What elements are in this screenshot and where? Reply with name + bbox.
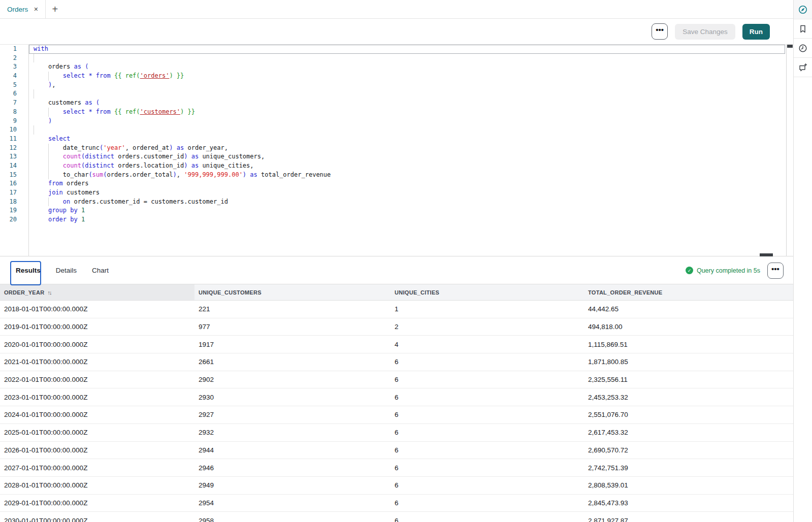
line-number: 14 bbox=[0, 161, 28, 171]
table-cell: 2,845,473.93 bbox=[584, 495, 793, 512]
table-cell: 2023-01-01T00:00:00.000Z bbox=[0, 388, 194, 406]
column-header-order-year[interactable]: ORDER_YEAR ↑↓ bbox=[0, 284, 194, 300]
tab-bar: Orders ✕ + bbox=[0, 0, 793, 19]
table-header: ORDER_YEAR ↑↓ UNIQUE_CUSTOMERS UNIQUE_CI… bbox=[0, 284, 793, 301]
line-number: 1 bbox=[0, 45, 28, 54]
table-row: 2028-01-01T00:00:00.000Z294962,808,539.0… bbox=[0, 477, 793, 495]
table-cell: 2019-01-01T00:00:00.000Z bbox=[0, 318, 194, 336]
table-cell: 2 bbox=[391, 318, 584, 336]
line-number: 9 bbox=[0, 117, 28, 126]
history-icon[interactable] bbox=[794, 39, 812, 58]
table-cell: 2027-01-01T00:00:00.000Z bbox=[0, 459, 194, 476]
code-line: select * from {{ ref('customers') }} bbox=[29, 108, 786, 117]
table-cell: 2020-01-01T00:00:00.000Z bbox=[0, 336, 194, 353]
table-cell: 494,818.00 bbox=[584, 318, 793, 336]
code-line: select bbox=[29, 135, 786, 144]
editor-vertical-scrollbar[interactable] bbox=[786, 45, 793, 256]
table-cell: 2927 bbox=[194, 406, 391, 423]
more-options-button[interactable]: ••• bbox=[652, 23, 668, 40]
sort-icon[interactable]: ↑↓ bbox=[47, 289, 51, 296]
table-row: 2023-01-01T00:00:00.000Z293062,453,253.3… bbox=[0, 388, 793, 406]
plus-icon: + bbox=[52, 4, 58, 15]
table-cell: 2022-01-01T00:00:00.000Z bbox=[0, 371, 194, 388]
new-tab-button[interactable]: + bbox=[46, 0, 64, 18]
code-line: with bbox=[29, 45, 786, 54]
line-number: 15 bbox=[0, 171, 28, 180]
close-icon[interactable]: ✕ bbox=[34, 7, 38, 12]
code-line: order by 1 bbox=[29, 215, 786, 224]
line-number: 18 bbox=[0, 198, 28, 207]
table-row: 2025-01-01T00:00:00.000Z293262,617,453.3… bbox=[0, 424, 793, 442]
table-row: 2027-01-01T00:00:00.000Z294662,742,751.3… bbox=[0, 459, 793, 477]
table-row: 2019-01-01T00:00:00.000Z9772494,818.00 bbox=[0, 318, 793, 336]
column-label: ORDER_YEAR bbox=[4, 289, 44, 296]
code-line: select * from {{ ref('orders') }} bbox=[29, 72, 786, 81]
indent-guide bbox=[34, 89, 34, 99]
save-changes-button[interactable]: Save Changes bbox=[675, 24, 735, 40]
code-line bbox=[29, 125, 786, 135]
line-number: 17 bbox=[0, 188, 28, 198]
table-cell: 977 bbox=[194, 318, 391, 336]
table-cell: 2,325,556.11 bbox=[584, 371, 793, 388]
right-sidebar bbox=[793, 0, 812, 522]
line-number: 2 bbox=[0, 54, 28, 63]
indent-guide bbox=[48, 108, 49, 117]
indent-guide bbox=[34, 54, 34, 63]
table-body: 2018-01-01T00:00:00.000Z221144,442.65201… bbox=[0, 301, 793, 522]
line-number: 5 bbox=[0, 81, 28, 90]
table-cell: 6 bbox=[391, 424, 584, 441]
line-number: 3 bbox=[0, 62, 28, 72]
scrollbar-thumb[interactable] bbox=[787, 45, 793, 48]
code-line: orders as ( bbox=[29, 62, 786, 72]
tab-orders[interactable]: Orders ✕ bbox=[0, 0, 46, 18]
table-cell: 2944 bbox=[194, 442, 391, 459]
table-cell: 2030-01-01T00:00:00.000Z bbox=[0, 512, 194, 522]
code-line: on orders.customer_id = customers.custom… bbox=[29, 198, 786, 207]
column-label: UNIQUE_CITIES bbox=[395, 289, 439, 296]
query-status: ✓ Query completed in 5s ••• bbox=[686, 256, 784, 284]
table-cell: 1,115,869.51 bbox=[584, 336, 793, 353]
table-cell: 2018-01-01T00:00:00.000Z bbox=[0, 301, 194, 318]
table-cell: 6 bbox=[391, 495, 584, 512]
code-line: from orders bbox=[29, 179, 786, 188]
column-header-unique-customers[interactable]: UNIQUE_CUSTOMERS bbox=[194, 284, 391, 300]
line-number: 4 bbox=[0, 72, 28, 81]
indent-guide bbox=[48, 144, 49, 153]
sidebar-spacer bbox=[794, 77, 812, 522]
table-cell: 6 bbox=[391, 459, 584, 476]
table-cell: 1 bbox=[391, 301, 584, 318]
table-cell: 2024-01-01T00:00:00.000Z bbox=[0, 406, 194, 423]
tab-results[interactable]: Results bbox=[16, 267, 41, 274]
table-cell: 2946 bbox=[194, 459, 391, 476]
table-cell: 6 bbox=[391, 477, 584, 494]
tab-label: Orders bbox=[7, 6, 28, 13]
tab-chart[interactable]: Chart bbox=[92, 267, 109, 274]
code-lines[interactable]: with orders as ( select * from {{ ref('o… bbox=[29, 45, 786, 256]
table-row: 2030-01-01T00:00:00.000Z295862,871,927.8… bbox=[0, 512, 793, 522]
tab-details[interactable]: Details bbox=[56, 267, 77, 274]
table-cell: 2,808,539.01 bbox=[584, 477, 793, 494]
table-cell: 2930 bbox=[194, 388, 391, 406]
indent-guide bbox=[48, 152, 49, 161]
table-cell: 6 bbox=[391, 371, 584, 388]
table-cell: 2025-01-01T00:00:00.000Z bbox=[0, 424, 194, 441]
column-label: UNIQUE_CUSTOMERS bbox=[199, 289, 262, 296]
code-line: count(distinct orders.customer_id) as un… bbox=[29, 152, 786, 161]
compass-icon[interactable] bbox=[794, 0, 812, 19]
line-number: 12 bbox=[0, 144, 28, 153]
column-header-total-order-revenue[interactable]: TOTAL_ORDER_REVENUE bbox=[584, 284, 793, 300]
column-header-unique-cities[interactable]: UNIQUE_CITIES bbox=[391, 284, 584, 300]
code-line: customers as ( bbox=[29, 99, 786, 108]
line-number: 11 bbox=[0, 135, 28, 144]
table-cell: 2028-01-01T00:00:00.000Z bbox=[0, 477, 194, 494]
bookmark-icon[interactable] bbox=[794, 19, 812, 39]
ai-chat-icon[interactable] bbox=[794, 58, 812, 77]
line-number: 13 bbox=[0, 152, 28, 161]
results-more-button[interactable]: ••• bbox=[767, 263, 784, 279]
table-cell: 6 bbox=[391, 406, 584, 423]
sql-editor[interactable]: 1234567891011121314151617181920 with ord… bbox=[0, 44, 793, 256]
column-label: TOTAL_ORDER_REVENUE bbox=[588, 289, 662, 296]
line-number: 8 bbox=[0, 108, 28, 117]
run-button[interactable]: Run bbox=[742, 24, 770, 40]
table-cell: 2902 bbox=[194, 371, 391, 388]
